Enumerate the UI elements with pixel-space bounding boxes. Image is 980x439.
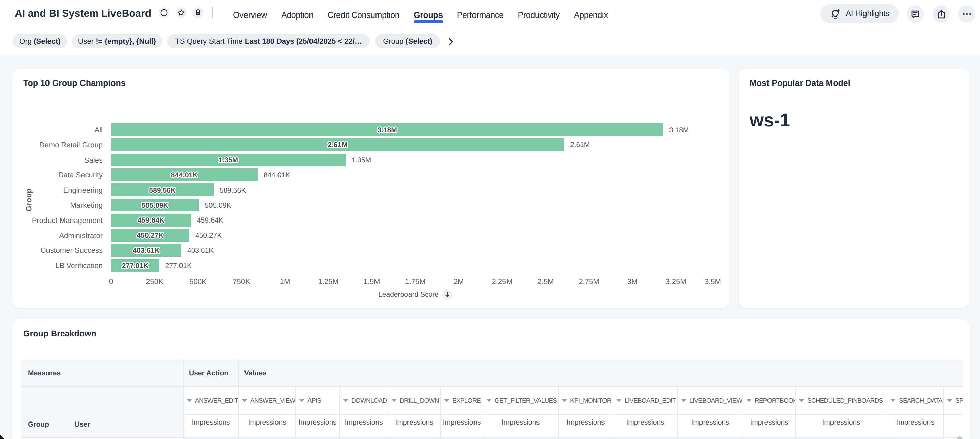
svg-text:Group: Group bbox=[25, 189, 33, 212]
